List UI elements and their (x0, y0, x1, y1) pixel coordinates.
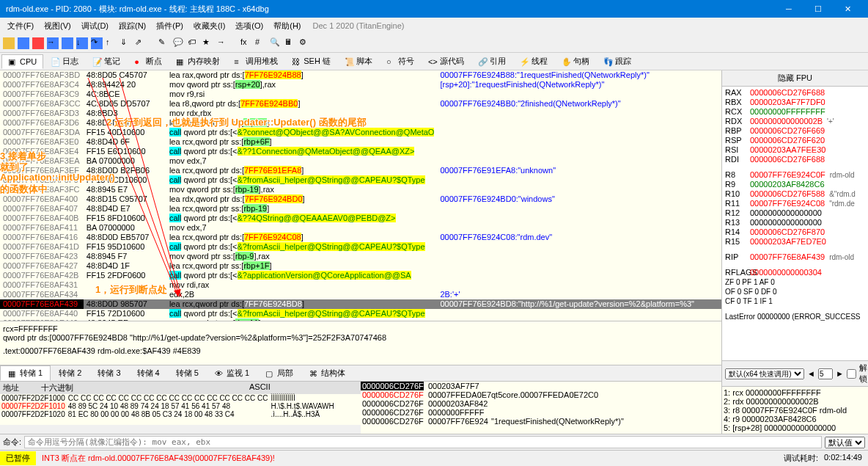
disasm-row[interactable]: 00007FF76E8AF431mov rdi,rax (0, 280, 721, 290)
settings-icon[interactable]: ⚙ (299, 37, 311, 49)
disasm-row[interactable]: 00007FF76E8AF42748:8D4D 1Flea rcx,qword … (0, 261, 721, 271)
call-arg-row[interactable]: 3: r8 00007FF76E924C0F rdm-old (724, 406, 867, 415)
disasm-row[interactable]: 00007FF76E8AF43948:8D0D 985707lea rcx,qw… (0, 299, 721, 309)
registers-header[interactable]: 隐藏 FPU (722, 70, 868, 87)
tab-dump-1[interactable]: ▦转储 1 (0, 365, 51, 381)
tab-source[interactable]: <>源代码 (422, 53, 471, 70)
disasm-row[interactable]: 00007FF76E8AF411BA 07000000mov edx,7 (0, 223, 721, 233)
tab-trace[interactable]: 👣跟踪 (597, 53, 638, 70)
dump-view[interactable]: 地址 十六进制 ASCII 00007FF2D2F1000CC CC CC CC… (0, 381, 361, 425)
register-row[interactable]: RDI0000006CD276F688 (725, 155, 865, 164)
disasm-row[interactable]: 00007FF76E8AF434 edx,2B2B:'+' (0, 290, 721, 299)
register-row[interactable]: RBP0000006CD276F669 (725, 126, 865, 136)
tab-threads[interactable]: ⚡线程 (513, 53, 554, 70)
register-row[interactable]: RSI00000203AA7FEE30 (725, 145, 865, 155)
tab-dump-5[interactable]: 转储 5 (168, 365, 207, 381)
disasm-row[interactable]: 00007FF76E8AF3C448:894424 20mov qword pt… (0, 80, 721, 90)
disasm-row[interactable]: 00007FF76E8AF40048:8D15 C95707lea rdx,qw… (0, 194, 721, 204)
command-default-select[interactable]: 默认值 (825, 437, 865, 448)
disasm-row[interactable]: 00007FF76E8AF3D348:8BD3mov rdx,rbx (0, 109, 721, 118)
menu-help[interactable]: 帮助(H) (269, 19, 305, 33)
nav-right-icon[interactable]: ► (836, 369, 844, 378)
registers-view[interactable]: RAX0000006CD276F688RBX00000203AF7F7DF0RC… (722, 87, 868, 360)
step-out-icon[interactable]: ↑ (106, 37, 117, 49)
fx-icon[interactable]: fx (240, 37, 252, 49)
search-icon[interactable]: 🔍 (270, 37, 282, 49)
tab-handles[interactable]: ✋句柄 (555, 53, 596, 70)
disasm-row[interactable]: 00007FF76E8AF44648:8945 EFmov qword ptr … (0, 318, 721, 321)
register-row[interactable]: R1100007FF76E924C08"rdm.de (725, 199, 865, 208)
minimize-button[interactable]: ─ (774, 0, 803, 18)
comment-icon[interactable]: 💬 (173, 37, 185, 49)
disasm-row[interactable]: 00007FF76E8AF3EF48:8D0D B2FB06lea rcx,qw… (0, 166, 721, 175)
tab-script[interactable]: 📜脚本 (338, 53, 379, 70)
menu-plugin[interactable]: 插件(P) (152, 19, 188, 33)
trace-into-icon[interactable]: ⇓ (120, 37, 132, 49)
run-icon[interactable]: → (47, 37, 59, 49)
disasm-row[interactable]: 00007FF76E8AF3EABA 07000000mov edx,7 (0, 156, 721, 166)
references-panel[interactable]: 0000006CD276F0000006CD276F0000006CD276F0… (361, 381, 721, 434)
tab-log[interactable]: 📄日志 (44, 53, 85, 70)
menu-trace[interactable]: 跟踪(N) (114, 19, 150, 33)
step-over-icon[interactable]: ↷ (91, 37, 103, 49)
call-arg-row[interactable]: 4: r9 00000203AF8428C6 (724, 415, 867, 423)
open-icon[interactable] (3, 37, 15, 49)
tab-symbols[interactable]: ○符号 (380, 53, 421, 70)
disassembly-view[interactable]: 2 运行到返回，也就是执行到 Updater::Updater() 函数的尾部 … (0, 70, 721, 321)
step-into-icon[interactable]: ↓ (76, 37, 88, 49)
disasm-row[interactable]: 00007FF76E8AF40748:8D4D E7lea rcx,qword … (0, 204, 721, 214)
tab-dump-3[interactable]: 转储 3 (89, 365, 128, 381)
tab-dump-2[interactable]: 转储 2 (51, 365, 89, 381)
nav-left-icon[interactable]: ◄ (807, 369, 815, 378)
disasm-row[interactable]: 00007FF76E8AF3C94C:8BCEmov r9,rsi (0, 90, 721, 99)
register-row[interactable]: RDX000000000000002B'+' (725, 117, 865, 126)
disasm-row[interactable]: 00007FF76E8AF3E048:8D4D 6Flea rcx,qword … (0, 137, 721, 147)
menu-view[interactable]: 视图(V) (40, 19, 76, 33)
tab-breakpoints[interactable]: ●断点 (128, 53, 169, 70)
call-arg-row[interactable]: 2: rdx 000000000000002B (724, 397, 867, 406)
hash-icon[interactable]: # (255, 37, 267, 49)
disasm-row[interactable]: 00007FF76E8AF3DAFF15 40D10600call qword … (0, 128, 721, 137)
bookmark-icon[interactable]: ★ (202, 37, 214, 49)
disasm-row[interactable]: 00007FF76E8AF41DFF15 95D10600call qword … (0, 242, 721, 252)
unlock-checkbox[interactable] (847, 369, 856, 379)
call-args-view[interactable]: 1: rcx 00000000FFFFFFFF2: rdx 0000000000… (722, 387, 868, 434)
disasm-row[interactable]: 00007FF76E8AF3E4FF15 E6D10600call qword … (0, 147, 721, 156)
disasm-row[interactable]: 00007FF76E8AF3F6FF15 BCD10600call qword … (0, 175, 721, 185)
menu-fav[interactable]: 收藏夹(I) (189, 19, 229, 33)
dump-row[interactable]: 00007FF2D2F101048 89 5C 24 10 48 89 74 2… (0, 402, 336, 410)
tab-callstack[interactable]: ≡调用堆栈 (227, 53, 284, 70)
tab-locals[interactable]: ▢局部 (257, 365, 301, 381)
register-row[interactable]: RIP00007FF76E8AF439rdm-old (725, 252, 865, 262)
register-row[interactable]: R140000006CD276F870 (725, 227, 865, 237)
restart-icon[interactable] (18, 37, 29, 49)
tab-dump-4[interactable]: 转储 4 (129, 365, 168, 381)
register-row[interactable]: RCX00000000FFFFFFFF (725, 107, 865, 117)
disasm-row[interactable]: 00007FF76E8AF440FF15 72D10600call qword … (0, 309, 721, 318)
disasm-row[interactable]: 00007FF76E8AF3D648:8D4D E7lea rcx,qword … (0, 118, 721, 128)
tab-cpu[interactable]: ▣CPU (1, 54, 43, 69)
goto-icon[interactable]: → (217, 37, 229, 49)
register-row[interactable]: RAX0000006CD276F688 (725, 88, 865, 98)
register-row[interactable]: R800007FF76E924C0Frdm-old (725, 170, 865, 180)
register-row[interactable]: R100000006CD276F588&"rdm.d (725, 189, 865, 199)
disasm-row[interactable]: 00007FF76E8AF42348:8945 F7mov qword ptr … (0, 252, 721, 261)
tab-memory[interactable]: ▦内存映射 (169, 53, 227, 70)
register-row[interactable]: R1500000203AF7ED7E0 (725, 237, 865, 247)
patch-icon[interactable]: ✎ (158, 37, 170, 49)
disasm-row[interactable]: 00007FF76E8AF3FC48:8945 E7mov qword ptr … (0, 185, 721, 194)
command-input[interactable] (24, 436, 822, 448)
menu-file[interactable]: 文件(F) (3, 19, 38, 33)
register-row[interactable]: R120000000000000000 (725, 208, 865, 218)
register-row[interactable]: R130000000000000000 (725, 218, 865, 227)
tab-notes[interactable]: 📝笔记 (86, 53, 127, 70)
disasm-row[interactable]: 00007FF76E8AF3BD48:8D05 C45707lea rax,qw… (0, 70, 721, 80)
tab-refs[interactable]: 🔗引用 (471, 53, 512, 70)
menu-debug[interactable]: 调试(D) (77, 19, 113, 33)
dump-row[interactable]: 00007FF2D2F102081 EC 80 00 00 00 48 8B 0… (0, 410, 336, 418)
tab-watch-1[interactable]: 👁监视 1 (207, 365, 257, 381)
menu-options[interactable]: 选项(O) (231, 19, 268, 33)
tab-struct[interactable]: ⌘结构体 (301, 365, 353, 381)
tab-seh[interactable]: ⛓SEH 链 (285, 53, 337, 70)
register-row[interactable]: RSP0000006CD276F620 (725, 136, 865, 145)
